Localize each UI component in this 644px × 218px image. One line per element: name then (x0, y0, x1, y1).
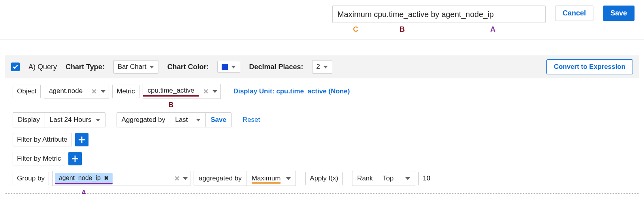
chevron-down-icon (286, 177, 291, 180)
chart-color-select[interactable] (217, 61, 240, 73)
chevron-down-icon (231, 66, 236, 68)
rank-limit-input[interactable] (418, 172, 517, 185)
object-value: agent.node (44, 87, 87, 96)
plus-icon (78, 136, 85, 143)
query-label: A) Query (28, 63, 57, 71)
chart-type-select[interactable]: Bar Chart (113, 60, 159, 74)
chevron-down-icon (149, 66, 154, 68)
aggregation-value: Last (175, 116, 188, 124)
annot-b-top: B (374, 25, 430, 34)
chevron-down-icon (101, 90, 105, 93)
rank-direction-select[interactable]: Top (378, 171, 415, 186)
chart-type-value: Bar Chart (118, 63, 147, 71)
add-attribute-filter-button[interactable] (75, 133, 89, 146)
aggregation-select[interactable]: Last (170, 113, 205, 127)
annot-b-mid: B (143, 101, 199, 109)
object-select[interactable]: agent.node ✕ (44, 84, 109, 99)
group-by-chip-label: agent_node_ip (59, 174, 101, 182)
color-swatch (222, 64, 228, 70)
title-seg-a: agent_node_ip (441, 10, 493, 20)
widget-title-input[interactable]: Maximum cpu.time_active by agent_node_ip (332, 6, 546, 23)
aggregated-by-label: Aggregated by (117, 113, 170, 127)
apply-fx-label[interactable]: Apply f(x) (305, 172, 343, 185)
rank-direction-value: Top (383, 174, 394, 182)
convert-to-expression-button[interactable]: Convert to Expression (546, 59, 633, 74)
decimal-places-label: Decimal Places: (249, 63, 303, 71)
title-seg-b: cpu.time_active (374, 10, 429, 20)
chevron-down-icon (213, 90, 217, 93)
query-enabled-checkbox[interactable] (11, 63, 20, 71)
rank-label: Rank (352, 171, 378, 186)
display-save-button[interactable]: Save (205, 113, 231, 127)
decimal-places-select[interactable]: 2 (312, 60, 332, 74)
metric-label: Metric (112, 85, 139, 98)
group-aggregation-select[interactable]: Maximum C (247, 171, 296, 186)
filter-by-attribute-label: Filter by Attribute (13, 133, 72, 146)
add-metric-filter-button[interactable] (68, 152, 82, 165)
decimal-places-value: 2 (316, 63, 320, 71)
display-range-value: Last 24 Hours (50, 116, 92, 124)
clear-object-button[interactable]: ✕ (90, 87, 98, 96)
metric-value: cpu.time_active (143, 87, 199, 97)
display-label: Display (13, 113, 45, 127)
group-by-label: Group by (13, 172, 49, 185)
annot-a-bottom: A (55, 189, 113, 194)
display-range-select[interactable]: Last 24 Hours (45, 113, 105, 127)
save-button[interactable]: Save (603, 6, 635, 21)
clear-metric-button[interactable]: ✕ (202, 87, 209, 96)
chart-type-label: Chart Type: (66, 63, 105, 71)
check-icon (13, 64, 18, 70)
group-by-chip[interactable]: agent_node_ip ✖ (55, 173, 113, 184)
group-aggregation-value: Maximum (252, 174, 281, 184)
chevron-down-icon (323, 66, 328, 68)
chart-color-label: Chart Color: (167, 63, 209, 71)
chevron-down-icon (96, 119, 100, 121)
chevron-down-icon (196, 119, 201, 121)
annot-c-top: C (337, 25, 374, 34)
group-by-select[interactable]: agent_node_ip ✖ A ✕ (52, 171, 190, 186)
remove-chip-button[interactable]: ✖ (104, 175, 109, 181)
group-aggregated-by-label: aggregated by (194, 171, 247, 186)
metric-select[interactable]: cpu.time_active B ✕ (143, 84, 221, 99)
query-header: A) Query Chart Type: Bar Chart Chart Col… (5, 55, 639, 78)
plus-icon (72, 155, 79, 162)
title-by-word: by (431, 10, 439, 19)
reset-button[interactable]: Reset (243, 116, 260, 124)
annot-a-top: A (430, 25, 495, 34)
title-seg-c: Maximum (337, 10, 372, 20)
cancel-button[interactable]: Cancel (555, 6, 593, 21)
chevron-down-icon (405, 177, 410, 180)
object-label: Object (13, 85, 41, 98)
clear-group-by-button[interactable]: ✕ (173, 174, 181, 183)
chevron-down-icon (183, 177, 188, 180)
display-unit-link[interactable]: Display Unit: cpu.time_active (None) (233, 87, 350, 95)
filter-by-metric-label: Filter by Metric (13, 152, 65, 165)
